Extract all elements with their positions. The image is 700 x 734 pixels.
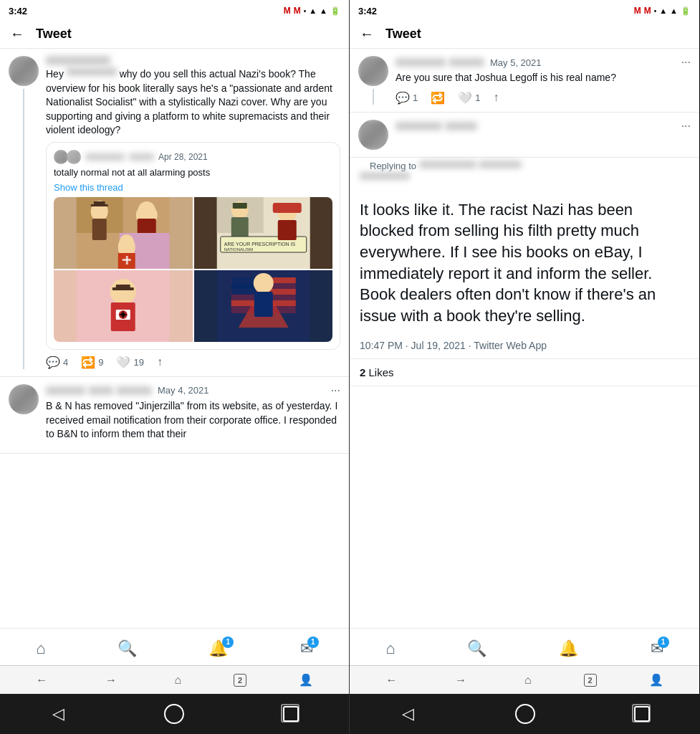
right-nav-search[interactable]: 🔍 [467, 639, 486, 658]
likes-label: Likes [369, 366, 394, 378]
left-back-button[interactable]: ← [10, 26, 24, 42]
right-browser-user[interactable]: 👤 [643, 670, 669, 690]
right-first-tweet-text: Are you sure that Joshua Legoff is his r… [395, 71, 691, 85]
tweet-image-2: ARE YOUR PRESCRIPTION IS NATIONALISM [194, 197, 333, 269]
left-phone: 3:42 M M • ▲ ▲ 🔋 ← Tweet [0, 0, 350, 694]
right-android-recents[interactable] [628, 700, 656, 728]
svg-rect-6 [91, 204, 108, 206]
left-bottom-nav: ⌂ 🔍 🔔 1 ✉ 1 [0, 628, 349, 665]
second-tweet-more[interactable]: ··· [331, 384, 340, 397]
right-comment-count: 1 [413, 92, 418, 103]
left-browser-back[interactable]: ← [30, 671, 53, 690]
right-wifi-icon: ▲ [659, 6, 667, 15]
right-second-tweet-meta: ··· [395, 120, 691, 133]
svg-text:ARE YOUR PRESCRIPTION IS: ARE YOUR PRESCRIPTION IS [224, 242, 295, 247]
svg-rect-36 [123, 311, 124, 318]
left-main-tweet-text: Hey why do you sell this actual Nazi's b… [46, 67, 340, 138]
right-second-more[interactable]: ··· [681, 120, 691, 133]
svg-rect-19 [231, 217, 248, 239]
right-dot-icon: • [654, 7, 657, 15]
like-count: 19 [133, 357, 143, 368]
right-browser-home[interactable]: ⌂ [519, 671, 537, 690]
svg-rect-3 [92, 219, 107, 240]
battery-icon: 🔋 [330, 6, 340, 16]
right-gmail-icon: M [634, 6, 641, 16]
tweet-image-1 [54, 197, 193, 269]
left-status-bar: 3:42 M M • ▲ ▲ 🔋 [0, 0, 349, 20]
replying-mention-2 [479, 161, 522, 171]
right-nav-home[interactable]: ⌂ [385, 639, 395, 658]
like-icon: 🤍 [116, 356, 130, 369]
right-first-avatar [358, 56, 388, 86]
left-android-recents[interactable] [277, 700, 305, 728]
left-android-back[interactable]: ◁ [44, 700, 72, 728]
replying-mention-1 [419, 161, 476, 171]
right-android-back[interactable]: ◁ [394, 700, 423, 728]
left-nav-notifications[interactable]: 🔔 1 [208, 639, 228, 658]
right-first-tweet-actions: 💬 1 🔁 🤍 1 ↑ [395, 91, 691, 105]
dot-icon: • [304, 7, 307, 15]
quoted-tweet: Apr 28, 2021 totally normal not at all a… [46, 142, 340, 350]
quoted-avatar [54, 150, 68, 164]
svg-point-43 [253, 273, 273, 293]
signal-icon: ▲ [320, 6, 327, 15]
right-first-date: May 5, 2021 [490, 57, 542, 68]
left-tweet-content: Hey why do you sell this actual Nazi's b… [0, 49, 349, 628]
right-signal-icon: ▲ [670, 6, 678, 15]
right-retweet-action[interactable]: 🔁 [431, 91, 445, 105]
right-tweet-content: May 5, 2021 ··· Are you sure that Joshua… [350, 49, 699, 628]
right-nav-messages[interactable]: ✉ 1 [651, 639, 663, 658]
right-comment-action[interactable]: 💬 1 [395, 91, 418, 105]
left-main-tweet-body: Hey why do you sell this actual Nazi's b… [46, 56, 340, 369]
left-browser-user[interactable]: 👤 [293, 670, 319, 690]
right-first-tweet-body: May 5, 2021 ··· Are you sure that Joshua… [395, 56, 691, 105]
svg-rect-31 [112, 287, 134, 290]
left-status-icons: M M • ▲ ▲ 🔋 [284, 6, 340, 16]
right-nav-notifications[interactable]: 🔔 [559, 639, 578, 658]
left-browser-tabs[interactable]: 2 [234, 674, 246, 687]
left-android-home[interactable] [160, 700, 188, 728]
right-browser-forward[interactable]: → [449, 671, 472, 690]
left-recents-square [283, 706, 299, 722]
right-battery-icon: 🔋 [681, 6, 691, 16]
share-action[interactable]: ↑ [157, 356, 163, 368]
likes-count: 2 [360, 366, 365, 378]
wifi-icon: ▲ [309, 6, 317, 15]
right-browser-tabs[interactable]: 2 [584, 674, 597, 687]
show-thread-link[interactable]: Show this thread [54, 182, 332, 193]
second-tweet-date: May 4, 2021 [158, 385, 209, 396]
tweet-image-3 [54, 270, 193, 342]
right-browser-back[interactable]: ← [380, 671, 403, 690]
svg-rect-20 [232, 203, 246, 209]
right-first-more[interactable]: ··· [681, 56, 691, 69]
retweet-action[interactable]: 🔁 9 [81, 356, 103, 369]
quoted-tweet-meta: Apr 28, 2021 [54, 150, 332, 164]
comment-action[interactable]: 💬 4 [46, 356, 68, 369]
left-browser-home[interactable]: ⌂ [169, 671, 188, 690]
left-main-username [46, 56, 110, 65]
right-back-button[interactable]: ← [360, 26, 374, 42]
left-main-avatar [9, 56, 39, 86]
left-nav-home[interactable]: ⌂ [36, 639, 45, 658]
svg-point-12 [120, 234, 134, 249]
right-status-time: 3:42 [358, 6, 377, 16]
right-bottom-nav: ⌂ 🔍 🔔 ✉ 1 [350, 628, 699, 665]
left-main-tweet: Hey why do you sell this actual Nazi's b… [0, 49, 349, 377]
right-like-action[interactable]: 🤍 1 [458, 91, 480, 105]
left-back-triangle: ◁ [52, 705, 64, 723]
right-share-action[interactable]: ↑ [493, 91, 499, 104]
right-share-icon: ↑ [493, 91, 499, 104]
right-first-tweet-meta: May 5, 2021 ··· [395, 56, 691, 69]
left-nav-messages[interactable]: ✉ 1 [300, 639, 313, 658]
like-action[interactable]: 🤍 19 [116, 356, 143, 369]
right-android-home[interactable] [511, 700, 540, 728]
right-retweet-icon: 🔁 [431, 91, 445, 105]
right-tweet-header: ← Tweet [350, 20, 699, 49]
right-android-nav: ◁ [350, 694, 700, 734]
left-status-time: 3:42 [9, 6, 27, 16]
comment-count: 4 [63, 357, 68, 368]
left-tweet-header: ← Tweet [0, 20, 349, 49]
right-like-icon: 🤍 [458, 91, 472, 105]
left-browser-forward[interactable]: → [100, 671, 123, 690]
left-nav-search[interactable]: 🔍 [118, 639, 137, 658]
